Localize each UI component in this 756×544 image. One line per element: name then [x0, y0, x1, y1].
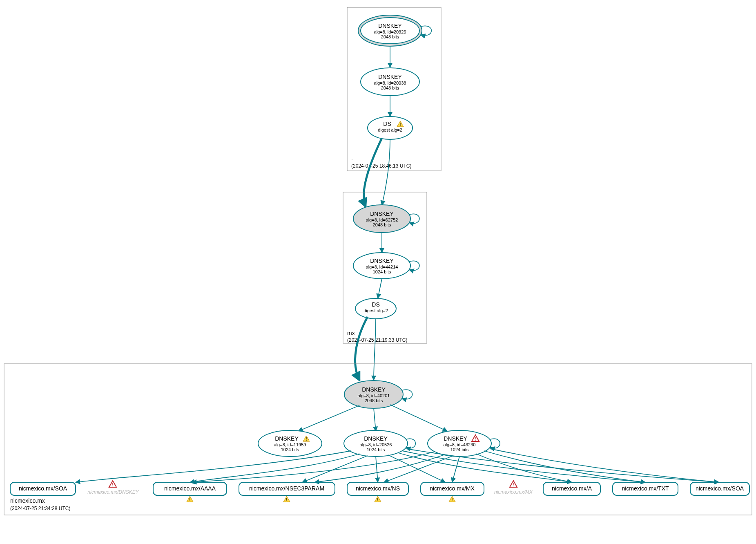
edge-nic-ksk-zsk1 — [298, 405, 359, 431]
rrset-a[interactable]: nicmexico.mx/A — [543, 482, 600, 495]
rrset-soa-1[interactable]: nicmexico.mx/SOA — [10, 482, 76, 495]
svg-text:nicmexico.mx/A: nicmexico.mx/A — [552, 485, 592, 492]
svg-text:nicmexico.mx/MX: nicmexico.mx/MX — [494, 489, 533, 495]
svg-text:1024 bits: 1024 bits — [367, 447, 385, 452]
zone-root: . (2024-07-25 18:46:13 UTC) DNSKEY alg=8… — [347, 7, 441, 171]
svg-text:!: ! — [451, 497, 453, 502]
node-nic-ksk[interactable]: DNSKEY alg=8, id=40201 2048 bits — [344, 381, 403, 408]
warning-icon: ! — [375, 496, 381, 502]
node-nic-zsk1[interactable]: DNSKEY alg=8, id=11959 1024 bits ! — [258, 430, 322, 457]
node-root-ds[interactable]: DS digest alg=2 ! — [368, 116, 413, 139]
node-mx-ds[interactable]: DS digest alg=2 — [355, 298, 396, 319]
svg-text:!: ! — [306, 437, 307, 441]
svg-text:alg=8, id=20326: alg=8, id=20326 — [374, 29, 406, 34]
svg-text:nicmexico.mx/DNSKEY: nicmexico.mx/DNSKEY — [87, 489, 139, 495]
svg-text:!: ! — [112, 483, 113, 487]
node-root-ksk-title: DNSKEY — [378, 22, 402, 29]
error-icon: ! — [510, 481, 517, 487]
svg-text:DS: DS — [372, 301, 379, 308]
svg-text:!: ! — [399, 122, 401, 127]
rrset-nsec3param[interactable]: nicmexico.mx/NSEC3PARAM ! — [239, 482, 335, 502]
svg-text:DNSKEY: DNSKEY — [444, 435, 467, 442]
dnssec-diagram: . (2024-07-25 18:46:13 UTC) DNSKEY alg=8… — [0, 0, 756, 544]
zone-root-timestamp: (2024-07-25 18:46:13 UTC) — [351, 163, 411, 169]
edge-zsk2-soa1 — [76, 451, 351, 482]
svg-text:DNSKEY: DNSKEY — [378, 74, 402, 80]
svg-text:alg=8, id=11959: alg=8, id=11959 — [274, 442, 306, 447]
warning-icon: ! — [283, 496, 290, 502]
node-mx-zsk[interactable]: DNSKEY alg=8, id=44214 1024 bits — [353, 253, 410, 279]
error-icon: ! — [109, 481, 116, 487]
svg-text:alg=8, id=43230: alg=8, id=43230 — [444, 442, 476, 447]
svg-text:DNSKEY: DNSKEY — [364, 435, 388, 442]
svg-text:DNSKEY: DNSKEY — [275, 435, 299, 442]
svg-text:!: ! — [377, 497, 378, 502]
zone-mx-timestamp: (2024-07-25 21:19:33 UTC) — [347, 337, 407, 343]
edge-mx-ds-nic-ksk — [374, 319, 376, 380]
svg-text:!: ! — [475, 437, 476, 441]
edge-root-ds-mx-ksk-strong — [364, 138, 382, 206]
edge-root-ds-mx-ksk — [382, 139, 390, 205]
svg-text:2048 bits: 2048 bits — [365, 398, 383, 403]
svg-text:!: ! — [286, 497, 287, 502]
svg-text:!: ! — [513, 483, 514, 487]
edge-zsk3-soa2 — [490, 449, 719, 482]
rrset-soa-2[interactable]: nicmexico.mx/SOA — [690, 482, 749, 495]
edge-mx-ds-nic-ksk-strong — [355, 317, 368, 380]
zone-nicmexico: nicmexico.mx (2024-07-25 21:34:28 UTC) D… — [4, 364, 752, 515]
svg-text:nicmexico.mx/MX: nicmexico.mx/MX — [430, 485, 475, 492]
svg-text:DNSKEY: DNSKEY — [370, 257, 394, 264]
svg-text:2048 bits: 2048 bits — [373, 222, 391, 227]
warning-icon: ! — [449, 496, 455, 502]
edge-nic-ksk-zsk3 — [390, 405, 447, 431]
svg-text:alg=8, id=44214: alg=8, id=44214 — [366, 264, 398, 269]
zone-mx: mx (2024-07-25 21:19:33 UTC) DNSKEY alg=… — [343, 192, 427, 343]
svg-text:alg=8, id=62752: alg=8, id=62752 — [366, 217, 398, 222]
node-nic-zsk2[interactable]: DNSKEY alg=8, id=20526 1024 bits — [344, 430, 408, 457]
node-root-ksk[interactable]: DNSKEY alg=8, id=20326 2048 bits — [358, 15, 422, 46]
svg-text:nicmexico.mx/AAAA: nicmexico.mx/AAAA — [164, 485, 216, 492]
ghost-mx: ! nicmexico.mx/MX — [494, 481, 533, 495]
node-mx-ksk[interactable]: DNSKEY alg=8, id=62752 2048 bits — [353, 205, 410, 233]
rrset-ns[interactable]: nicmexico.mx/NS ! — [347, 482, 408, 502]
rrset-mx[interactable]: nicmexico.mx/MX ! — [421, 482, 484, 502]
edge-zsk2-ns — [376, 457, 378, 482]
svg-text:nicmexico.mx/NS: nicmexico.mx/NS — [356, 485, 400, 492]
svg-text:1024 bits: 1024 bits — [373, 269, 391, 274]
svg-text:nicmexico.mx/TXT: nicmexico.mx/TXT — [622, 485, 669, 492]
svg-text:1024 bits: 1024 bits — [450, 447, 469, 452]
ghost-dnskey: ! nicmexico.mx/DNSKEY — [87, 481, 139, 495]
node-root-zsk[interactable]: DNSKEY alg=8, id=20038 2048 bits — [361, 68, 419, 96]
node-nic-zsk3[interactable]: DNSKEY alg=8, id=43230 1024 bits ! — [428, 430, 491, 457]
svg-text:alg=8, id=20038: alg=8, id=20038 — [374, 81, 406, 85]
edge-zsk2-aaaa — [190, 454, 359, 482]
svg-text:DNSKEY: DNSKEY — [362, 386, 386, 393]
edge-nic-ksk-zsk2 — [374, 408, 376, 431]
zone-nicmexico-timestamp: (2024-07-25 21:34:28 UTC) — [10, 506, 70, 511]
svg-text:2048 bits: 2048 bits — [381, 34, 399, 39]
rrset-txt[interactable]: nicmexico.mx/TXT — [613, 482, 678, 495]
svg-text:digest alg=2: digest alg=2 — [364, 308, 388, 313]
svg-text:alg=8, id=20526: alg=8, id=20526 — [360, 442, 392, 447]
svg-text:!: ! — [189, 497, 190, 502]
warning-icon: ! — [187, 496, 193, 502]
svg-text:nicmexico.mx/SOA: nicmexico.mx/SOA — [696, 485, 744, 492]
rrset-aaaa[interactable]: nicmexico.mx/AAAA ! — [153, 482, 227, 502]
zone-root-label: . — [351, 155, 353, 161]
svg-text:1024 bits: 1024 bits — [281, 447, 299, 452]
edge-zsk3-txt — [484, 451, 645, 482]
edge-mx-zsk-ds — [378, 279, 382, 298]
zone-nicmexico-label: nicmexico.mx — [10, 497, 45, 504]
svg-text:2048 bits: 2048 bits — [381, 85, 399, 90]
edge-zsk3-nsec3 — [314, 454, 445, 482]
svg-text:nicmexico.mx/SOA: nicmexico.mx/SOA — [19, 485, 67, 492]
svg-text:digest alg=2: digest alg=2 — [378, 128, 402, 132]
edge-zsk2-nsec3 — [302, 456, 368, 482]
svg-text:alg=8, id=40201: alg=8, id=40201 — [358, 393, 390, 398]
svg-text:DS: DS — [383, 121, 391, 127]
svg-text:DNSKEY: DNSKEY — [370, 210, 394, 217]
zone-mx-label: mx — [347, 330, 355, 336]
svg-text:nicmexico.mx/NSEC3PARAM: nicmexico.mx/NSEC3PARAM — [249, 485, 324, 492]
